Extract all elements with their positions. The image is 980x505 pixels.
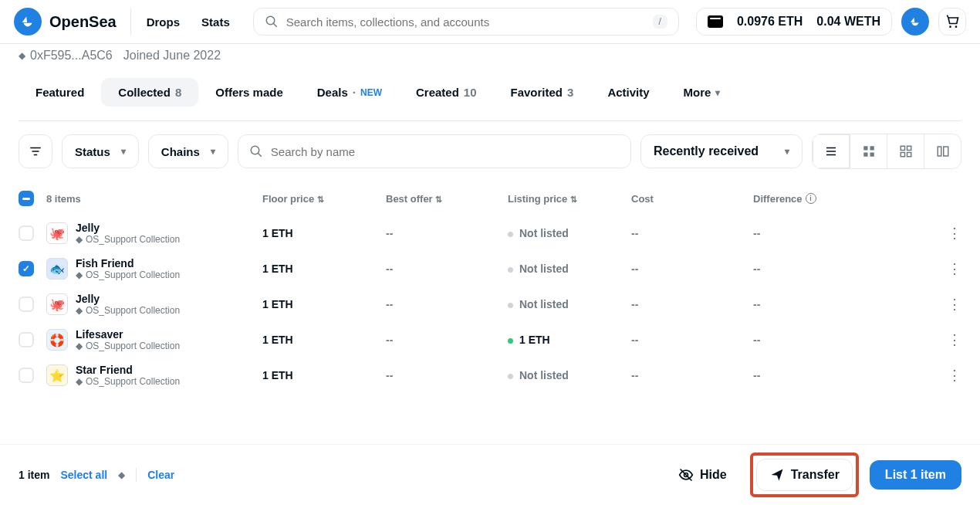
brand-name: OpenSea bbox=[49, 13, 117, 31]
tab-featured[interactable]: Featured bbox=[19, 78, 101, 107]
tab-deals[interactable]: Deals·NEW bbox=[300, 78, 399, 107]
row-checkbox[interactable] bbox=[19, 297, 34, 312]
tab-favorited[interactable]: Favorited3 bbox=[494, 78, 591, 107]
row-more-button[interactable]: ⋮ bbox=[948, 368, 961, 383]
items-list: 🐙 Jelly ◆OS_Support Collection 1 ETH -- … bbox=[0, 215, 980, 393]
eth-icon: ◆ bbox=[76, 269, 83, 280]
search-by-name[interactable] bbox=[238, 134, 631, 168]
eth-icon: ◆ bbox=[19, 50, 25, 61]
header-cost: Cost bbox=[631, 193, 753, 205]
chevron-down-icon: ▾ bbox=[785, 146, 789, 157]
wallet-balance[interactable]: 0.0976 ETH 0.04 WETH bbox=[696, 8, 892, 36]
cell-best-offer: -- bbox=[386, 334, 508, 346]
row-more-button[interactable]: ⋮ bbox=[948, 261, 961, 276]
header-floor-price[interactable]: Floor price ⇅ bbox=[262, 193, 386, 205]
item-thumbnail: ⭐ bbox=[46, 364, 68, 386]
chevron-down-icon: ▾ bbox=[715, 87, 720, 98]
sort-icon: ⇅ bbox=[570, 195, 577, 204]
transfer-highlight: Transfer bbox=[750, 452, 859, 497]
view-grid-small-button[interactable] bbox=[850, 134, 887, 168]
cell-floor-price: 1 ETH bbox=[262, 334, 386, 346]
table-row[interactable]: ⭐ Star Friend ◆OS_Support Collection 1 E… bbox=[0, 358, 980, 393]
sort-dropdown[interactable]: Recently received▾ bbox=[640, 134, 803, 168]
row-more-button[interactable]: ⋮ bbox=[948, 332, 961, 347]
divider bbox=[136, 468, 137, 482]
svg-rect-12 bbox=[863, 146, 867, 150]
search-by-name-input[interactable] bbox=[271, 145, 620, 158]
list-item-button[interactable]: List 1 item bbox=[870, 460, 961, 490]
header-listing-price[interactable]: Listing price ⇅ bbox=[508, 193, 631, 205]
item-collection: ◆OS_Support Collection bbox=[76, 305, 180, 316]
view-toggle-group bbox=[812, 134, 961, 169]
cell-listing-price: Not listed bbox=[508, 298, 631, 310]
cell-cost: -- bbox=[631, 298, 753, 310]
tab-collected[interactable]: Collected8 bbox=[101, 78, 198, 107]
view-split-button[interactable] bbox=[924, 134, 961, 168]
select-all-link[interactable]: Select all bbox=[60, 469, 107, 481]
status-filter[interactable]: Status▾ bbox=[62, 134, 139, 168]
svg-rect-17 bbox=[907, 146, 911, 150]
item-collection: ◆OS_Support Collection bbox=[76, 269, 180, 280]
row-checkbox[interactable] bbox=[19, 225, 34, 241]
list-icon bbox=[824, 144, 838, 158]
table-row[interactable]: 🐟 Fish Friend ◆OS_Support Collection 1 E… bbox=[0, 251, 980, 286]
eth-icon: ◆ bbox=[76, 305, 83, 316]
header-difference: Differencei bbox=[753, 193, 892, 205]
send-icon bbox=[769, 467, 785, 483]
header-best-offer[interactable]: Best offer ⇅ bbox=[386, 193, 508, 205]
tab-offers-made[interactable]: Offers made bbox=[198, 78, 300, 107]
info-icon[interactable]: i bbox=[806, 193, 816, 204]
item-thumbnail: 🐟 bbox=[46, 258, 68, 280]
profile-tabs: Featured Collected8 Offers made Deals·NE… bbox=[0, 64, 980, 120]
row-checkbox[interactable] bbox=[19, 332, 34, 347]
cell-best-offer: -- bbox=[386, 369, 508, 381]
global-search-input[interactable] bbox=[286, 15, 645, 29]
item-name: Lifesaver bbox=[76, 328, 180, 341]
table-row[interactable]: 🛟 Lifesaver ◆OS_Support Collection 1 ETH… bbox=[0, 322, 980, 358]
cart-button[interactable] bbox=[938, 8, 966, 36]
tab-created[interactable]: Created10 bbox=[399, 78, 494, 107]
account-avatar-icon[interactable] bbox=[901, 8, 929, 36]
svg-rect-16 bbox=[901, 146, 904, 150]
row-checkbox[interactable] bbox=[19, 368, 34, 383]
table-row[interactable]: 🐙 Jelly ◆OS_Support Collection 1 ETH -- … bbox=[0, 286, 980, 322]
select-all-checkbox[interactable] bbox=[19, 191, 34, 206]
svg-rect-15 bbox=[870, 153, 874, 157]
svg-point-3 bbox=[955, 25, 958, 28]
transfer-button[interactable]: Transfer bbox=[756, 459, 853, 491]
hide-button[interactable]: Hide bbox=[666, 459, 739, 490]
selected-count: 1 item bbox=[19, 469, 49, 481]
view-list-button[interactable] bbox=[813, 134, 850, 168]
toggle-filters-button[interactable] bbox=[19, 134, 52, 168]
tab-activity[interactable]: Activity bbox=[590, 78, 666, 107]
eye-off-icon bbox=[678, 467, 694, 483]
svg-point-7 bbox=[251, 146, 259, 154]
cell-cost: -- bbox=[631, 334, 753, 346]
view-grid-large-button[interactable] bbox=[887, 134, 924, 168]
chains-filter[interactable]: Chains▾ bbox=[148, 134, 228, 168]
nav-stats[interactable]: Stats bbox=[195, 15, 236, 29]
cell-floor-price: 1 ETH bbox=[262, 369, 386, 381]
top-navbar: OpenSea Drops Stats / 0.0976 ETH 0.04 WE… bbox=[0, 0, 980, 44]
brand[interactable]: OpenSea bbox=[14, 8, 131, 36]
svg-line-1 bbox=[273, 23, 277, 27]
global-search[interactable]: / bbox=[253, 8, 679, 36]
row-more-button[interactable]: ⋮ bbox=[948, 225, 961, 241]
row-checkbox[interactable] bbox=[19, 261, 34, 276]
search-icon bbox=[249, 144, 263, 158]
svg-rect-21 bbox=[943, 147, 948, 156]
tab-more[interactable]: More▾ bbox=[667, 78, 738, 107]
clear-link[interactable]: Clear bbox=[147, 469, 174, 481]
item-name: Star Friend bbox=[76, 364, 180, 376]
wallet-address[interactable]: ◆0xF595...A5C6 bbox=[19, 49, 113, 63]
opensea-logo-icon bbox=[14, 8, 42, 36]
eth-icon: ◆ bbox=[76, 376, 83, 387]
table-row[interactable]: 🐙 Jelly ◆OS_Support Collection 1 ETH -- … bbox=[0, 215, 980, 251]
cell-best-offer: -- bbox=[386, 263, 508, 275]
cell-best-offer: -- bbox=[386, 298, 508, 310]
nav-drops[interactable]: Drops bbox=[140, 15, 186, 29]
svg-point-2 bbox=[949, 25, 951, 28]
item-collection: ◆OS_Support Collection bbox=[76, 376, 180, 387]
row-more-button[interactable]: ⋮ bbox=[948, 297, 961, 312]
items-count-label: 8 items bbox=[46, 193, 81, 205]
